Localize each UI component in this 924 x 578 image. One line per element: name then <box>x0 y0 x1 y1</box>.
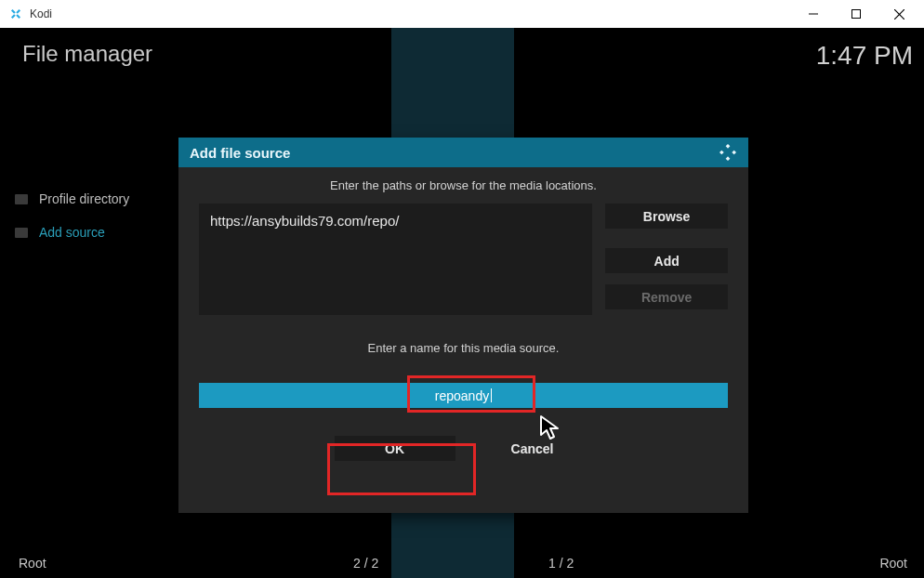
dialog-title: Add file source <box>190 145 290 161</box>
svg-rect-8 <box>726 144 731 149</box>
folder-icon <box>15 194 28 204</box>
ok-button[interactable]: OK <box>335 436 455 461</box>
sidebar-item-profile[interactable]: Profile directory <box>15 191 129 206</box>
app-frame: File manager 1:47 PM Profile directory A… <box>0 28 924 578</box>
svg-rect-1 <box>11 14 16 19</box>
dialog-bottom-buttons: OK Cancel <box>199 436 728 461</box>
browse-button[interactable]: Browse <box>605 204 728 229</box>
sidebar-list: Profile directory Add source <box>15 191 129 258</box>
dialog-header: Add file source <box>178 138 748 167</box>
cancel-button[interactable]: Cancel <box>472 436 593 461</box>
sidebar-item-add-source[interactable]: Add source <box>15 225 129 240</box>
path-area: https://ansybuilds79.com/repo/ Browse Ad… <box>199 204 728 315</box>
window-title: Kodi <box>30 7 52 20</box>
kodi-icon <box>7 6 24 22</box>
sidebar-item-label: Add source <box>39 225 105 240</box>
window-titlebar: Kodi <box>0 0 924 28</box>
add-button[interactable]: Add <box>605 248 728 273</box>
sidebar-item-label: Profile directory <box>39 191 129 206</box>
footer-left-root: Root <box>19 556 46 571</box>
paths-instruction: Enter the paths or browse for the media … <box>199 178 728 192</box>
footer: Root 2 / 2 1 / 2 Root <box>19 556 907 571</box>
svg-rect-10 <box>719 151 724 155</box>
remove-button: Remove <box>605 284 728 309</box>
svg-rect-5 <box>852 10 861 19</box>
side-buttons: Browse Add Remove <box>605 204 728 315</box>
header: File manager 1:47 PM <box>22 41 913 71</box>
footer-pager-left: 2 / 2 <box>353 556 378 571</box>
svg-rect-3 <box>16 14 20 19</box>
name-instruction: Enter a name for this media source. <box>199 341 728 355</box>
footer-pager-right: 1 / 2 <box>548 556 574 571</box>
minimize-button[interactable] <box>792 0 835 28</box>
svg-rect-0 <box>16 9 20 14</box>
name-input-wrap: repoandy <box>199 383 728 408</box>
svg-rect-2 <box>11 9 16 14</box>
footer-right-root: Root <box>879 556 907 571</box>
svg-rect-9 <box>726 156 731 161</box>
maximize-button[interactable] <box>835 0 878 28</box>
text-caret <box>491 388 492 402</box>
source-name-input[interactable]: repoandy <box>199 383 728 408</box>
clock: 1:47 PM <box>816 41 913 71</box>
path-input[interactable]: https://ansybuilds79.com/repo/ <box>199 204 592 315</box>
dialog-body: Enter the paths or browse for the media … <box>178 178 748 513</box>
svg-rect-11 <box>732 151 736 155</box>
page-title: File manager <box>22 41 152 67</box>
add-file-source-dialog: Add file source Enter the paths or brows… <box>178 138 748 513</box>
folder-icon <box>15 228 28 238</box>
close-button[interactable] <box>878 0 920 28</box>
kodi-logo-icon <box>719 143 737 162</box>
window-controls <box>792 0 920 28</box>
